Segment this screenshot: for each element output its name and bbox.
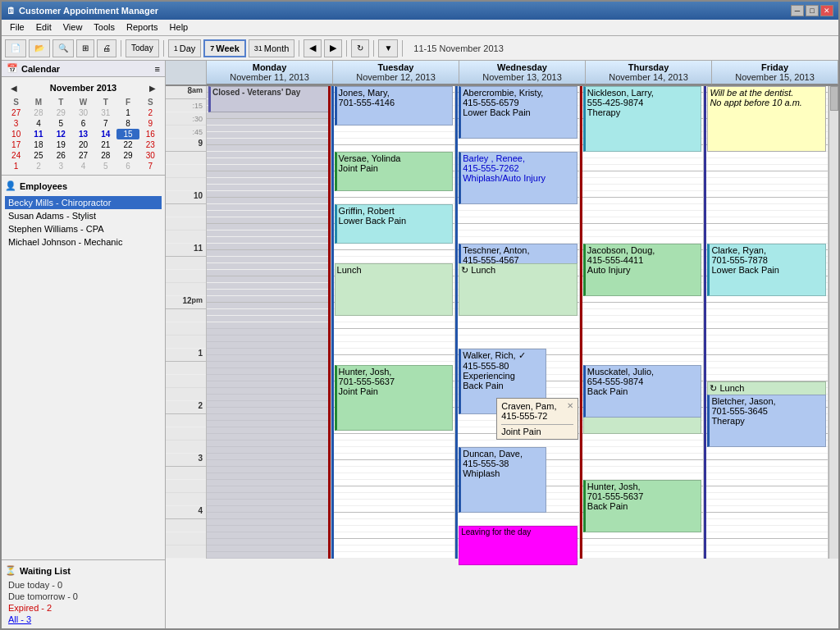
mini-cal-day[interactable]: 3	[5, 118, 27, 129]
mini-cal-day[interactable]: 5	[94, 161, 116, 171]
menu-file[interactable]: File	[5, 21, 30, 34]
open-button[interactable]: 📂	[29, 39, 50, 57]
week-view-button[interactable]: 7 Week	[203, 39, 246, 57]
tuesday-col[interactable]: Jones, Mary, 701-555-4146 Versae, Yolind…	[331, 86, 456, 559]
mini-cal-day[interactable]: 14	[94, 129, 116, 139]
mini-cal-day[interactable]: 2	[27, 161, 49, 171]
appt-thu-musckatel[interactable]: Musckatel, Julio, 654-555-9874 Back Pain	[583, 365, 702, 418]
employee-item-2[interactable]: Stephen Williams - CPA	[5, 222, 162, 235]
mini-cal-day[interactable]: 9	[139, 118, 162, 129]
appt-tue-hunter[interactable]: Hunter, Josh, 701-555-5637 Joint Pain	[335, 365, 454, 431]
appt-wed-leaving[interactable]: Leaving for the day	[459, 526, 578, 565]
menu-edit[interactable]: Edit	[31, 21, 57, 34]
friday-col[interactable]: Will be at the dentist. No appt before 1…	[704, 86, 829, 559]
appt-thu-jacobson[interactable]: Jacobson, Doug, 415-555-4411 Auto Injury	[583, 244, 702, 296]
next-button[interactable]: ▶	[324, 39, 342, 57]
employee-item-1[interactable]: Susan Adams - Stylist	[5, 209, 162, 222]
mini-cal-next[interactable]: ▶	[147, 82, 158, 94]
tooltip-close-button[interactable]: ✕	[567, 401, 573, 410]
mini-cal-day[interactable]: 30	[72, 107, 94, 118]
waiting-all[interactable]: All - 3	[5, 614, 162, 625]
menu-tools[interactable]: Tools	[89, 21, 120, 34]
menu-view[interactable]: View	[58, 21, 88, 34]
employee-item-3[interactable]: Michael Johnson - Mechanic	[5, 235, 162, 249]
maximize-button[interactable]: □	[806, 5, 819, 16]
mini-cal-day[interactable]: 2	[139, 107, 162, 118]
mini-cal-day-today[interactable]: 15	[116, 129, 139, 139]
appt-tue-lunch[interactable]: Lunch	[335, 263, 454, 316]
mini-cal-day[interactable]: 5	[50, 118, 72, 129]
mini-cal-day[interactable]: 26	[50, 150, 72, 161]
mini-cal-day[interactable]: 6	[72, 118, 94, 129]
appt-tue-versae[interactable]: Versae, Yolinda Joint Pain	[335, 152, 454, 191]
scrollbar-thumb[interactable]	[830, 86, 838, 111]
mini-cal-day[interactable]: 17	[5, 139, 27, 150]
appt-wed-barley[interactable]: Barley , Renee, 415-555-7262 Whiplash/Au…	[459, 152, 578, 204]
mini-cal-day[interactable]: 4	[72, 161, 94, 171]
mini-cal-day[interactable]: 7	[94, 118, 116, 129]
scrollbar[interactable]	[829, 86, 838, 559]
appt-wed-abercrombie[interactable]: Abercrombie, Kristy, 415-555-6579 Lower …	[459, 86, 578, 139]
appt-mon-closed[interactable]: Closed - Veterans' Day	[208, 86, 329, 112]
grid-button[interactable]: ⊞	[76, 39, 94, 57]
appt-wed-lunch[interactable]: ↻ Lunch	[459, 263, 578, 316]
sidebar-expand-icon[interactable]: ≡	[155, 64, 160, 74]
thursday-col[interactable]: Nickleson, Larry, 555-425-9874 Therapy J…	[580, 86, 705, 559]
mini-cal-day[interactable]: 23	[139, 139, 162, 150]
mini-cal-day[interactable]: 31	[94, 107, 116, 118]
day-view-button[interactable]: 1 Day	[168, 39, 202, 57]
appt-fri-clarke[interactable]: Clarke, Ryan, 701-555-7878 Lower Back Pa…	[707, 244, 826, 296]
mini-cal-day[interactable]: 29	[116, 150, 139, 161]
minimize-button[interactable]: ─	[791, 5, 804, 16]
monday-col[interactable]: Closed - Veterans' Day	[207, 86, 331, 559]
mini-cal-day[interactable]: 3	[50, 161, 72, 171]
mini-cal-prev[interactable]: ◀	[8, 82, 20, 94]
employee-item-0[interactable]: Becky Mills - Chiropractor	[5, 196, 162, 209]
mini-cal-day[interactable]: 27	[72, 150, 94, 161]
calendar-grid-container[interactable]: 8 am :15 :30 :45 9 10	[166, 86, 838, 628]
print-button[interactable]: 🖨	[97, 39, 116, 57]
mini-cal-day[interactable]: 24	[5, 150, 27, 161]
mini-cal-day[interactable]: 20	[72, 139, 94, 150]
appt-fri-note[interactable]: Will be at the dentist. No appt before 1…	[707, 86, 826, 152]
appt-tue-griffin[interactable]: Griffin, Robert Lower Back Pain	[335, 204, 454, 244]
appt-thu-nickleson[interactable]: Nickleson, Larry, 555-425-9874 Therapy	[583, 86, 702, 152]
close-button[interactable]: ✕	[820, 5, 833, 16]
mini-cal-day[interactable]: 10	[5, 129, 27, 139]
menu-help[interactable]: Help	[165, 21, 194, 34]
mini-cal-day[interactable]: 4	[27, 118, 49, 129]
month-view-button[interactable]: 31 Month	[249, 39, 295, 57]
mini-cal-day[interactable]: 13	[72, 129, 94, 139]
mini-cal-day[interactable]: 1	[116, 107, 139, 118]
menu-reports[interactable]: Reports	[121, 21, 163, 34]
mini-cal-day[interactable]: 1	[5, 161, 27, 171]
appt-wed-duncan[interactable]: Duncan, Dave, 415-555-38 Whiplash	[459, 447, 546, 513]
mini-cal-day[interactable]: 12	[50, 129, 72, 139]
today-button[interactable]: Today	[126, 39, 159, 57]
find-button[interactable]: 🔍	[52, 39, 74, 57]
mini-cal-day[interactable]: 16	[139, 129, 162, 139]
mini-cal-day[interactable]: 6	[116, 161, 139, 171]
filter-button[interactable]: ▼	[378, 39, 398, 57]
appt-tue-jones[interactable]: Jones, Mary, 701-555-4146	[335, 86, 454, 126]
mini-cal-day[interactable]: 18	[27, 139, 49, 150]
waiting-expired[interactable]: Expired - 2	[5, 602, 162, 614]
mini-cal-day[interactable]: 19	[50, 139, 72, 150]
new-button[interactable]: 📄	[5, 39, 26, 57]
mini-cal-day[interactable]: 22	[116, 139, 139, 150]
mini-cal-day[interactable]: 7	[139, 161, 162, 171]
mini-cal-day[interactable]: 21	[94, 139, 116, 150]
appt-fri-bletcher[interactable]: Bletcher, Jason, 701-555-3645 Therapy	[707, 395, 826, 447]
tooltip-craven[interactable]: ✕ Craven, Pam, 415-555-72 Joint Pain	[496, 398, 578, 440]
mini-cal-day[interactable]: 30	[139, 150, 162, 161]
mini-cal-day[interactable]: 28	[27, 107, 49, 118]
mini-cal-day[interactable]: 25	[27, 150, 49, 161]
wednesday-col[interactable]: Abercrombie, Kristy, 415-555-6579 Lower …	[455, 86, 580, 559]
appt-thu-hunter[interactable]: Hunter, Josh, 701-555-5637 Back Pain	[583, 480, 702, 532]
refresh-button[interactable]: ↻	[351, 39, 369, 57]
mini-cal-day[interactable]: 11	[27, 129, 49, 139]
prev-button[interactable]: ◀	[304, 39, 322, 57]
mini-cal-day[interactable]: 27	[5, 107, 27, 118]
mini-cal-day[interactable]: 29	[50, 107, 72, 118]
mini-cal-day[interactable]: 28	[94, 150, 116, 161]
